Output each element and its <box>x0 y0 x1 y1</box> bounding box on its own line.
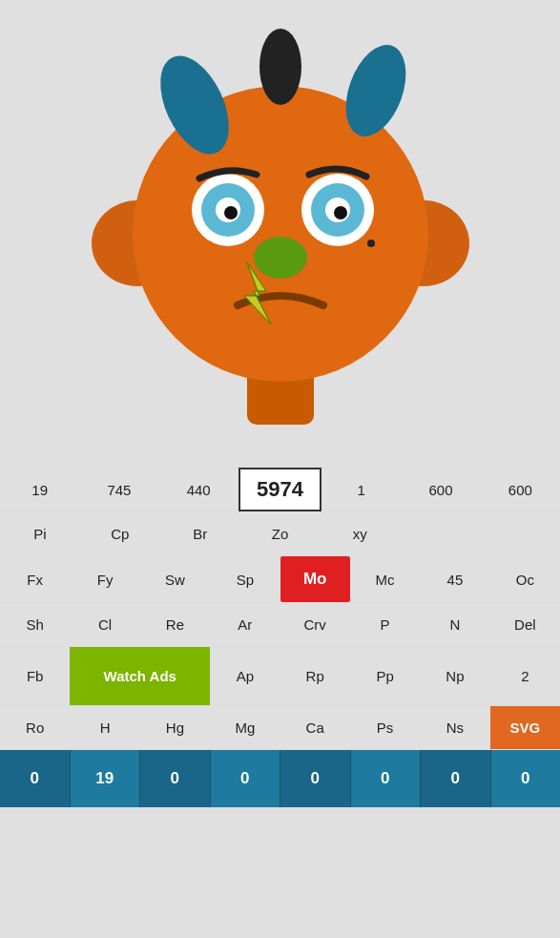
bottom-cell-0d: 0 <box>280 750 351 807</box>
cell-zo[interactable]: Zo <box>240 512 321 555</box>
cell-ca[interactable]: Ca <box>280 706 350 749</box>
cell-re[interactable]: Re <box>140 603 210 646</box>
cell-mg[interactable]: Mg <box>210 706 280 749</box>
cell-600a: 600 <box>401 469 480 511</box>
cell-2[interactable]: 2 <box>490 655 560 698</box>
cell-ns[interactable]: Ns <box>420 706 489 749</box>
cell-sh[interactable]: Sh <box>0 603 70 646</box>
score-cell: 5974 <box>239 468 321 511</box>
bottom-cell-19: 19 <box>71 750 141 807</box>
cell-45[interactable]: 45 <box>420 558 489 601</box>
cell-crv[interactable]: Crv <box>280 603 350 646</box>
cell-1: 1 <box>321 469 401 511</box>
cell-sp[interactable]: Sp <box>210 558 280 601</box>
cell-ps[interactable]: Ps <box>350 706 420 749</box>
cell-hg[interactable]: Hg <box>140 706 210 749</box>
row-2: Fx Fy Sw Sp Mo Mc 45 Oc <box>0 556 560 603</box>
cell-sw[interactable]: Sw <box>140 558 210 601</box>
cell-mo[interactable]: Mo <box>280 556 350 602</box>
cell-empty2 <box>480 521 560 548</box>
cell-pp[interactable]: Pp <box>350 655 420 698</box>
cell-oc[interactable]: Oc <box>490 558 560 601</box>
bottom-bar: 0 19 0 0 0 0 0 0 <box>0 750 560 807</box>
cell-br[interactable]: Br <box>160 512 240 555</box>
bottom-cell-0c: 0 <box>211 750 281 807</box>
svg-point-14 <box>334 206 347 219</box>
cell-h[interactable]: H <box>70 706 139 749</box>
cell-cp[interactable]: Cp <box>80 512 160 555</box>
row-5: Ro H Hg Mg Ca Ps Ns SVG <box>0 706 560 750</box>
row-4: Fb Watch Ads Ap Rp Pp Np 2 <box>0 647 560 706</box>
cell-fy[interactable]: Fy <box>70 558 139 601</box>
svg-point-16 <box>367 240 375 247</box>
cell-empty1 <box>400 521 480 548</box>
cell-fx[interactable]: Fx <box>0 558 70 601</box>
character-svg <box>80 14 481 453</box>
row-3: Sh Cl Re Ar Crv P N Del <box>0 603 560 647</box>
character-area <box>0 0 560 468</box>
cell-del[interactable]: Del <box>490 603 560 646</box>
cell-ap[interactable]: Ap <box>210 655 280 698</box>
row-1: Pi Cp Br Zo xy <box>0 512 560 556</box>
cell-svg[interactable]: SVG <box>490 706 560 749</box>
score-row: 19 745 440 5974 1 600 600 <box>0 468 560 512</box>
cell-ro[interactable]: Ro <box>0 706 70 749</box>
cell-19: 19 <box>0 469 79 511</box>
svg-point-13 <box>224 206 238 219</box>
svg-point-5 <box>259 29 301 105</box>
bottom-cell-0f: 0 <box>421 750 491 807</box>
cell-pi[interactable]: Pi <box>0 512 80 555</box>
bottom-cell-0g: 0 <box>491 750 561 807</box>
watch-ads-button[interactable]: Watch Ads <box>70 647 210 705</box>
cell-mc[interactable]: Mc <box>350 558 420 601</box>
cell-fb[interactable]: Fb <box>0 655 70 698</box>
cell-rp[interactable]: Rp <box>280 655 350 698</box>
cell-np[interactable]: Np <box>420 655 489 698</box>
bottom-cell-0: 0 <box>0 750 71 807</box>
cell-xy[interactable]: xy <box>320 512 400 555</box>
cell-n[interactable]: N <box>420 603 489 646</box>
cell-600b: 600 <box>481 469 560 511</box>
cell-p[interactable]: P <box>350 603 420 646</box>
bottom-cell-0e: 0 <box>351 750 422 807</box>
cell-440: 440 <box>159 469 239 511</box>
cell-ar[interactable]: Ar <box>210 603 280 646</box>
bottom-cell-0b: 0 <box>140 750 211 807</box>
svg-point-15 <box>254 237 307 279</box>
cell-cl[interactable]: Cl <box>70 603 139 646</box>
cell-745: 745 <box>79 469 158 511</box>
